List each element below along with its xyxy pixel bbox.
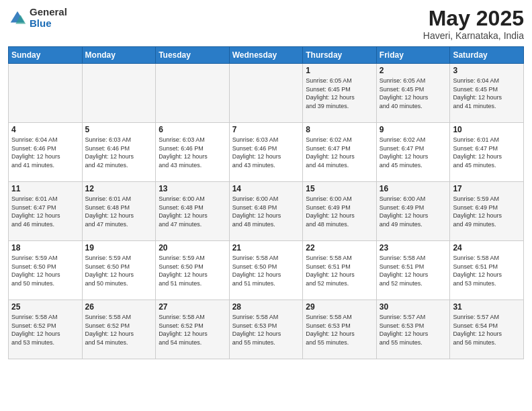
calendar-cell: 7Sunrise: 6:03 AM Sunset: 6:46 PM Daylig… [229, 123, 303, 182]
day-info: Sunrise: 5:58 AM Sunset: 6:52 PM Dayligh… [159, 313, 226, 347]
day-number: 1 [306, 66, 373, 75]
calendar-cell: 13Sunrise: 6:00 AM Sunset: 6:48 PM Dayli… [156, 182, 230, 241]
day-number: 20 [159, 243, 226, 253]
day-info: Sunrise: 6:02 AM Sunset: 6:47 PM Dayligh… [306, 136, 373, 169]
day-info: Sunrise: 5:58 AM Sunset: 6:51 PM Dayligh… [380, 254, 447, 287]
day-info: Sunrise: 5:58 AM Sunset: 6:52 PM Dayligh… [85, 313, 153, 347]
calendar-cell: 2Sunrise: 6:05 AM Sunset: 6:45 PM Daylig… [376, 64, 450, 123]
day-number: 16 [380, 184, 447, 193]
day-number: 13 [159, 184, 226, 193]
calendar-cell: 9Sunrise: 6:02 AM Sunset: 6:47 PM Daylig… [376, 123, 450, 182]
header: General Blue May 2025 Haveri, Karnataka,… [8, 7, 524, 41]
month-title: May 2025 [423, 7, 524, 30]
day-number: 18 [11, 243, 79, 253]
calendar-cell: 12Sunrise: 6:01 AM Sunset: 6:48 PM Dayli… [82, 182, 156, 241]
day-header-saturday: Saturday [450, 47, 524, 64]
day-info: Sunrise: 6:00 AM Sunset: 6:48 PM Dayligh… [159, 195, 226, 228]
calendar-cell: 20Sunrise: 5:59 AM Sunset: 6:50 PM Dayli… [156, 241, 230, 300]
calendar-cell: 31Sunrise: 5:57 AM Sunset: 6:54 PM Dayli… [450, 300, 524, 359]
calendar-cell: 15Sunrise: 6:00 AM Sunset: 6:49 PM Dayli… [303, 182, 377, 241]
calendar-cell: 24Sunrise: 5:58 AM Sunset: 6:51 PM Dayli… [450, 241, 524, 300]
logo-icon [8, 9, 27, 28]
day-number: 23 [380, 243, 447, 253]
day-number: 25 [11, 302, 79, 312]
calendar-cell: 6Sunrise: 6:03 AM Sunset: 6:46 PM Daylig… [156, 123, 230, 182]
calendar-cell: 8Sunrise: 6:02 AM Sunset: 6:47 PM Daylig… [303, 123, 377, 182]
calendar-cell: 30Sunrise: 5:57 AM Sunset: 6:53 PM Dayli… [376, 300, 450, 359]
day-info: Sunrise: 6:05 AM Sunset: 6:45 PM Dayligh… [380, 77, 447, 110]
day-info: Sunrise: 5:59 AM Sunset: 6:49 PM Dayligh… [453, 195, 521, 228]
day-number: 22 [306, 243, 373, 253]
calendar-cell: 1Sunrise: 6:05 AM Sunset: 6:45 PM Daylig… [303, 64, 377, 123]
calendar-cell [229, 64, 303, 123]
day-header-thursday: Thursday [303, 47, 377, 64]
calendar-cell [156, 64, 230, 123]
calendar-table: SundayMondayTuesdayWednesdayThursdayFrid… [8, 46, 524, 359]
calendar-cell: 19Sunrise: 5:59 AM Sunset: 6:50 PM Dayli… [82, 241, 156, 300]
day-info: Sunrise: 5:59 AM Sunset: 6:50 PM Dayligh… [85, 254, 153, 287]
calendar-cell: 18Sunrise: 5:59 AM Sunset: 6:50 PM Dayli… [9, 241, 83, 300]
logo-text: General Blue [30, 7, 67, 29]
day-number: 21 [232, 243, 300, 253]
day-info: Sunrise: 6:01 AM Sunset: 6:48 PM Dayligh… [85, 195, 153, 228]
week-row-0: 1Sunrise: 6:05 AM Sunset: 6:45 PM Daylig… [9, 64, 524, 123]
calendar-cell: 22Sunrise: 5:58 AM Sunset: 6:51 PM Dayli… [303, 241, 377, 300]
day-info: Sunrise: 5:57 AM Sunset: 6:54 PM Dayligh… [453, 313, 521, 347]
day-info: Sunrise: 5:58 AM Sunset: 6:52 PM Dayligh… [11, 313, 79, 347]
day-number: 4 [11, 125, 79, 134]
logo-blue-text: Blue [30, 18, 67, 30]
calendar-header-row: SundayMondayTuesdayWednesdayThursdayFrid… [9, 47, 524, 64]
day-number: 11 [11, 184, 79, 193]
day-info: Sunrise: 6:02 AM Sunset: 6:47 PM Dayligh… [380, 136, 447, 169]
calendar-cell: 16Sunrise: 6:00 AM Sunset: 6:49 PM Dayli… [376, 182, 450, 241]
calendar-cell: 29Sunrise: 5:58 AM Sunset: 6:53 PM Dayli… [303, 300, 377, 359]
day-number: 6 [159, 125, 226, 134]
day-number: 12 [85, 184, 153, 193]
day-info: Sunrise: 6:01 AM Sunset: 6:47 PM Dayligh… [453, 136, 521, 169]
day-number: 5 [85, 125, 153, 134]
calendar-cell [82, 64, 156, 123]
week-row-3: 18Sunrise: 5:59 AM Sunset: 6:50 PM Dayli… [9, 241, 524, 300]
day-number: 8 [306, 125, 373, 134]
day-info: Sunrise: 5:58 AM Sunset: 6:51 PM Dayligh… [453, 254, 521, 287]
calendar-cell: 23Sunrise: 5:58 AM Sunset: 6:51 PM Dayli… [376, 241, 450, 300]
day-number: 19 [85, 243, 153, 253]
day-header-sunday: Sunday [9, 47, 83, 64]
day-number: 30 [380, 302, 447, 312]
day-number: 24 [453, 243, 521, 253]
calendar-cell: 3Sunrise: 6:04 AM Sunset: 6:45 PM Daylig… [450, 64, 524, 123]
location: Haveri, Karnataka, India [423, 30, 524, 41]
calendar-cell: 14Sunrise: 6:00 AM Sunset: 6:48 PM Dayli… [229, 182, 303, 241]
day-number: 28 [232, 302, 300, 312]
day-info: Sunrise: 6:04 AM Sunset: 6:46 PM Dayligh… [11, 136, 79, 169]
day-number: 14 [232, 184, 300, 193]
calendar-cell: 4Sunrise: 6:04 AM Sunset: 6:46 PM Daylig… [9, 123, 83, 182]
day-info: Sunrise: 6:03 AM Sunset: 6:46 PM Dayligh… [159, 136, 226, 169]
day-header-monday: Monday [82, 47, 156, 64]
day-info: Sunrise: 5:58 AM Sunset: 6:53 PM Dayligh… [232, 313, 300, 347]
calendar-cell: 28Sunrise: 5:58 AM Sunset: 6:53 PM Dayli… [229, 300, 303, 359]
calendar-cell: 17Sunrise: 5:59 AM Sunset: 6:49 PM Dayli… [450, 182, 524, 241]
day-info: Sunrise: 6:00 AM Sunset: 6:49 PM Dayligh… [306, 195, 373, 228]
day-info: Sunrise: 5:58 AM Sunset: 6:51 PM Dayligh… [306, 254, 373, 287]
week-row-1: 4Sunrise: 6:04 AM Sunset: 6:46 PM Daylig… [9, 123, 524, 182]
day-info: Sunrise: 6:04 AM Sunset: 6:45 PM Dayligh… [453, 77, 521, 110]
day-header-tuesday: Tuesday [156, 47, 230, 64]
page-container: General Blue May 2025 Haveri, Karnataka,… [0, 0, 532, 365]
day-number: 15 [306, 184, 373, 193]
day-header-wednesday: Wednesday [229, 47, 303, 64]
logo: General Blue [8, 7, 67, 29]
day-number: 7 [232, 125, 300, 134]
calendar-cell: 10Sunrise: 6:01 AM Sunset: 6:47 PM Dayli… [450, 123, 524, 182]
calendar-cell [9, 64, 83, 123]
calendar-cell: 21Sunrise: 5:58 AM Sunset: 6:50 PM Dayli… [229, 241, 303, 300]
day-info: Sunrise: 6:01 AM Sunset: 6:47 PM Dayligh… [11, 195, 79, 228]
calendar-cell: 27Sunrise: 5:58 AM Sunset: 6:52 PM Dayli… [156, 300, 230, 359]
day-info: Sunrise: 6:05 AM Sunset: 6:45 PM Dayligh… [306, 77, 373, 110]
day-info: Sunrise: 5:59 AM Sunset: 6:50 PM Dayligh… [11, 254, 79, 287]
day-number: 10 [453, 125, 521, 134]
day-number: 26 [85, 302, 153, 312]
day-info: Sunrise: 6:03 AM Sunset: 6:46 PM Dayligh… [85, 136, 153, 169]
calendar-cell: 5Sunrise: 6:03 AM Sunset: 6:46 PM Daylig… [82, 123, 156, 182]
day-number: 2 [380, 66, 447, 75]
